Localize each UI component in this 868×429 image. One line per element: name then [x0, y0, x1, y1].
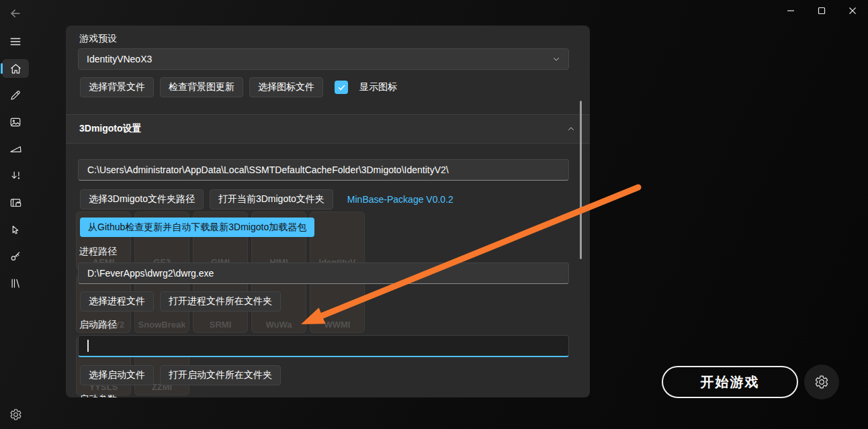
sidebar-item-click[interactable]	[0, 216, 31, 243]
migoto-section-title: 3Dmigoto设置	[79, 123, 567, 135]
minimize-button[interactable]	[775, 0, 806, 21]
sidebar-menu-button[interactable]	[0, 28, 31, 55]
background-button-row: 选择背景文件 检查背景图更新 选择图标文件 显示图标	[80, 77, 397, 97]
check-background-update-button[interactable]: 检查背景图更新	[160, 77, 243, 97]
sidebar-settings-button[interactable]	[0, 403, 31, 426]
choose-launch-file-button[interactable]: 选择启动文件	[80, 365, 154, 385]
sidebar-item-edit[interactable]	[0, 82, 31, 109]
panel-content: 游戏预设 IdentityVNeoX3 选择背景文件 检查背景图更新 选择图标文…	[66, 26, 590, 397]
launch-args-label: 启动参数	[79, 393, 117, 397]
game-preset-selected: IdentityVNeoX3	[87, 54, 552, 64]
books-icon	[9, 277, 21, 289]
titlebar	[0, 0, 868, 21]
open-current-migoto-folder-button[interactable]: 打开当前3Dmigoto文件夹	[210, 189, 333, 209]
sidebar-item-key[interactable]	[0, 243, 31, 270]
chevron-up-icon	[567, 125, 575, 133]
close-button[interactable]	[837, 0, 868, 21]
process-path-input[interactable]	[78, 263, 569, 284]
minimize-icon	[787, 7, 795, 15]
window-controls	[775, 0, 868, 21]
minbase-package-link[interactable]: MinBase-Package V0.0.2	[347, 194, 453, 205]
game-preset-label: 游戏预设	[79, 33, 117, 45]
key-icon	[9, 250, 21, 263]
back-arrow-icon	[9, 7, 22, 20]
cursor-click-icon	[9, 224, 21, 236]
device-briefcase-icon	[9, 197, 22, 209]
panel-scrollbar[interactable]	[580, 101, 582, 259]
process-button-row: 选择进程文件 打开进程文件所在文件夹	[80, 291, 281, 312]
gear-icon	[814, 375, 829, 389]
close-icon	[849, 7, 857, 15]
maximize-icon	[818, 7, 826, 15]
check-icon	[337, 83, 346, 92]
choose-migoto-folder-button[interactable]: 选择3Dmigoto文件夹路径	[80, 189, 204, 209]
maximize-button[interactable]	[806, 0, 837, 21]
process-path-label: 进程路径	[79, 246, 117, 258]
text-caret	[87, 340, 89, 352]
game-preset-dropdown[interactable]: IdentityVNeoX3	[78, 48, 569, 70]
sidebar-item-home[interactable]	[0, 55, 31, 82]
migoto-folder-path-input[interactable]	[78, 159, 569, 181]
launch-button-row: 选择启动文件 打开启动文件所在文件夹	[80, 365, 281, 385]
hamburger-icon	[9, 36, 21, 48]
choose-background-file-button[interactable]: 选择背景文件	[80, 77, 154, 97]
back-button[interactable]	[7, 5, 24, 21]
image-icon	[9, 116, 21, 128]
migoto-folder-button-row: 选择3Dmigoto文件夹路径 打开当前3Dmigoto文件夹 MinBase-…	[80, 189, 453, 209]
footer-settings-button[interactable]	[804, 365, 839, 399]
show-icon-label: 显示图标	[359, 81, 397, 93]
launch-path-input[interactable]	[78, 335, 569, 357]
migoto-section-header[interactable]: 3Dmigoto设置	[66, 114, 590, 144]
gear-icon	[9, 408, 22, 421]
plane-icon	[9, 143, 22, 156]
chevron-down-icon	[552, 55, 560, 63]
choose-icon-file-button[interactable]: 选择图标文件	[249, 77, 323, 97]
pencil-icon	[9, 89, 21, 101]
github-update-button[interactable]: 从Github检查更新并自动下载最新3Dmigoto加载器包	[80, 218, 314, 237]
launch-path-label: 启动路径	[79, 319, 117, 331]
show-icon-checkbox[interactable]	[335, 81, 348, 94]
sidebar-item-update[interactable]	[0, 162, 31, 189]
sidebar-item-library[interactable]	[0, 270, 31, 297]
download-alert-icon	[9, 170, 21, 182]
start-game-button[interactable]: 开始游戏	[662, 366, 798, 398]
sidebar-item-launch[interactable]	[0, 136, 31, 162]
home-icon	[9, 62, 22, 75]
settings-panel: AEMI GF2 GIMI HIMI IdentityV IdentityV2 …	[66, 26, 590, 397]
sidebar-nav	[0, 28, 31, 297]
sidebar-item-package[interactable]	[0, 189, 31, 216]
choose-process-file-button[interactable]: 选择进程文件	[80, 291, 154, 312]
open-process-folder-button[interactable]: 打开进程文件所在文件夹	[160, 291, 281, 312]
sidebar-item-gallery[interactable]	[0, 109, 31, 136]
open-launch-folder-button[interactable]: 打开启动文件所在文件夹	[160, 365, 281, 385]
